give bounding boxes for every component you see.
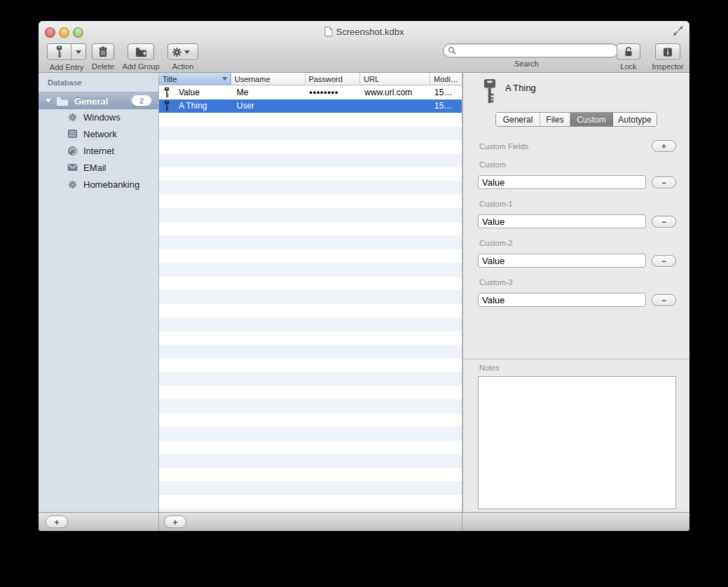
notes-label: Notes <box>479 364 500 372</box>
add-entry-button[interactable] <box>47 43 86 60</box>
action-button[interactable] <box>167 43 198 60</box>
entry-password: •••••••• <box>305 85 361 99</box>
gear-icon <box>67 179 78 190</box>
delete-label: Delete <box>89 62 117 71</box>
tab-files[interactable]: Files <box>540 113 570 126</box>
tab-custom[interactable]: Custom <box>570 113 613 126</box>
content-area: Database General 2 <box>39 73 689 513</box>
sidebar-item-label: Internet <box>83 146 114 156</box>
divider <box>158 513 159 531</box>
key-icon <box>163 100 170 111</box>
table-row[interactable]: Value Me •••••••• www.url.com 15… <box>159 85 462 99</box>
unlock-icon <box>623 46 634 57</box>
lock-label: Lock <box>616 62 641 71</box>
custom-field-input[interactable] <box>478 175 646 189</box>
inspector-panel: A Thing General Files Custom Autotype Cu… <box>462 73 689 513</box>
sidebar-group-label: General <box>74 96 108 106</box>
custom-field-input[interactable] <box>478 293 646 307</box>
globe-icon <box>67 146 78 156</box>
delete-group: Delete <box>89 43 117 71</box>
notes-textarea[interactable] <box>478 376 676 509</box>
bottom-bar: + + <box>39 512 689 531</box>
inspector-tabs: General Files Custom Autotype <box>495 112 657 127</box>
action-group: Action <box>167 43 198 71</box>
entry-modified: 15… <box>430 85 462 99</box>
sidebar-item-label: Windows <box>83 112 121 123</box>
disclosure-triangle-icon[interactable] <box>46 99 51 103</box>
document-icon <box>324 27 333 36</box>
column-header-username[interactable]: Username <box>231 73 305 85</box>
column-header-url[interactable]: URL <box>360 73 430 85</box>
custom-fields-label: Custom Fields <box>479 142 528 151</box>
remove-custom-field-button[interactable]: − <box>652 294 676 306</box>
fullscreen-icon[interactable] <box>673 26 684 36</box>
custom-field-input[interactable] <box>478 254 646 268</box>
group-count-badge: 2 <box>132 95 151 106</box>
entry-title: Value <box>179 88 200 97</box>
gear-icon <box>67 112 78 123</box>
custom-field-label: Custom-1 <box>479 200 513 208</box>
empty-rows-stripes <box>159 113 462 513</box>
search-field[interactable] <box>443 43 619 57</box>
sidebar-item-label: Network <box>83 129 117 139</box>
tab-general[interactable]: General <box>496 113 540 126</box>
sort-arrow-icon <box>222 77 228 81</box>
lock-group: Lock <box>616 43 641 71</box>
sidebar-item-homebanking[interactable]: Homebanking <box>39 176 158 193</box>
info-icon <box>662 48 673 57</box>
delete-button[interactable] <box>92 43 114 60</box>
remove-custom-field-button[interactable]: − <box>652 216 676 228</box>
sidebar-item-windows[interactable]: Windows <box>39 109 158 125</box>
key-icon <box>163 87 170 98</box>
entry-modified: 15… <box>430 99 462 113</box>
gear-icon <box>172 47 182 57</box>
entry-url: www.url.com <box>360 85 430 99</box>
add-entry-plus-button[interactable]: + <box>164 516 186 528</box>
titlebar[interactable]: Screenshot.kdbx <box>39 25 689 38</box>
custom-field-label: Custom-3 <box>479 278 513 286</box>
sidebar-group-general[interactable]: General 2 <box>39 92 158 109</box>
custom-field-input[interactable] <box>478 214 646 228</box>
inspector-entry-title: A Thing <box>505 83 536 93</box>
search-input[interactable] <box>459 45 614 56</box>
sidebar-item-network[interactable]: Network <box>39 125 158 142</box>
search-label: Search <box>443 60 610 68</box>
tab-autotype[interactable]: Autotype <box>613 113 657 126</box>
entry-title: A Thing <box>179 101 207 111</box>
remove-custom-field-button[interactable]: − <box>652 255 676 267</box>
sidebar: Database General 2 <box>39 73 159 513</box>
server-icon <box>67 129 78 139</box>
custom-field-label: Custom <box>479 160 506 169</box>
add-entry-dropdown[interactable] <box>71 44 85 60</box>
entry-table: Title Username Password URL Modi… <box>159 73 462 513</box>
add-group-plus-button[interactable]: + <box>46 516 68 528</box>
trash-icon <box>98 46 108 57</box>
add-group-label: Add Group <box>121 62 161 71</box>
search-group: Search <box>443 43 610 68</box>
entry-username: Me <box>231 85 305 99</box>
sidebar-item-internet[interactable]: Internet <box>39 142 158 159</box>
table-row-selected[interactable]: A Thing User 15… <box>159 99 462 113</box>
inspector-button[interactable] <box>655 43 680 60</box>
inspector-group: Inspector <box>648 43 687 71</box>
column-header-password[interactable]: Password <box>305 73 361 85</box>
sidebar-item-label: EMail <box>83 163 107 173</box>
column-header-title[interactable]: Title <box>159 73 231 85</box>
entry-username: User <box>231 99 305 113</box>
folder-plus-icon <box>135 47 147 57</box>
app-window: Screenshot.kdbx <box>39 21 689 531</box>
key-icon <box>55 46 64 58</box>
lock-button[interactable] <box>617 43 640 60</box>
entry-password <box>305 99 361 113</box>
entry-url <box>360 99 430 113</box>
remove-custom-field-button[interactable]: − <box>652 177 676 188</box>
add-group-group: Add Group <box>121 43 161 71</box>
divider <box>463 359 689 359</box>
column-header-modified[interactable]: Modi… <box>430 73 462 85</box>
table-header: Title Username Password URL Modi… <box>159 73 462 85</box>
action-label: Action <box>167 62 198 71</box>
custom-field-label: Custom-2 <box>479 239 513 247</box>
sidebar-item-email[interactable]: EMail <box>39 159 158 176</box>
add-group-button[interactable] <box>128 43 154 60</box>
add-custom-field-button[interactable]: + <box>652 140 676 152</box>
